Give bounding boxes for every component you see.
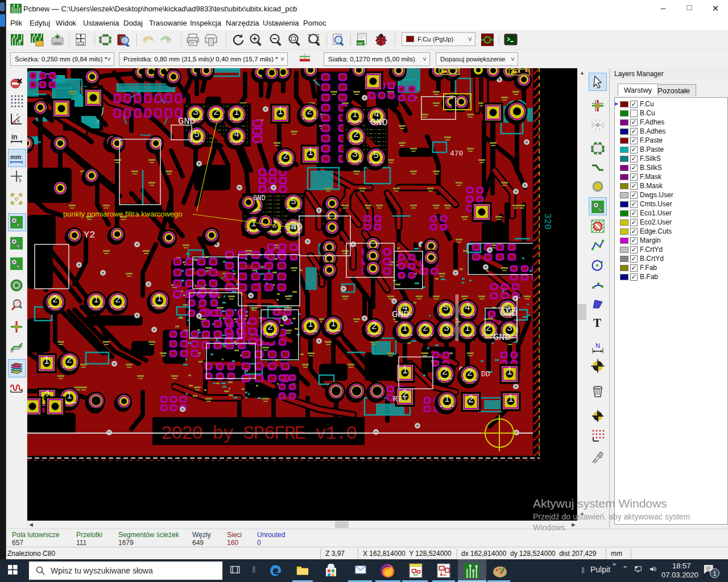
svg-text:1: 1	[44, 355, 49, 366]
svg-text:N: N	[595, 342, 600, 349]
svg-text:in: in	[11, 133, 18, 141]
svg-text:2: 2	[267, 321, 272, 332]
svg-text:1: 1	[402, 322, 407, 333]
svg-text:1: 1	[465, 322, 470, 333]
svg-text:1: 1	[352, 109, 357, 119]
svg-text:DD: DD	[481, 370, 490, 379]
svg-text:3: 3	[352, 148, 357, 159]
svg-text:1: 1	[444, 393, 449, 404]
svg-text:2: 2	[213, 106, 218, 117]
svg-text:2: 2	[423, 322, 428, 333]
svg-text:GND: GND	[178, 116, 196, 127]
svg-text:1: 1	[308, 146, 313, 157]
svg-text:1: 1	[251, 218, 256, 228]
svg-text:r: r	[16, 112, 18, 117]
svg-text:5: 5	[194, 128, 199, 139]
svg-text:mm: mm	[10, 153, 22, 160]
svg-text:2: 2	[486, 322, 491, 333]
svg-text:5: 5	[373, 149, 378, 160]
svg-text:320: 320	[542, 213, 552, 230]
svg-text:2: 2	[307, 106, 312, 117]
svg-text:2: 2	[52, 294, 57, 305]
svg-text:5: 5	[443, 302, 448, 313]
svg-text:1: 1	[93, 294, 98, 305]
svg-text:1: 1	[156, 293, 162, 304]
svg-text:punkty pomiarowe filtra kwarco: punkty pomiarowe filtra kwarcowego	[63, 210, 183, 218]
svg-text:1: 1	[234, 106, 239, 117]
svg-text:2: 2	[371, 321, 377, 331]
svg-text:1: 1	[508, 393, 514, 404]
svg-text:T: T	[593, 316, 601, 330]
svg-text:2: 2	[442, 366, 447, 377]
svg-text:1: 1	[67, 390, 72, 401]
svg-text:2: 2	[283, 150, 288, 161]
svg-text:θ: θ	[17, 118, 19, 124]
svg-text:2: 2	[468, 393, 474, 405]
svg-text:2020 by SP6FRE v1.0: 2020 by SP6FRE v1.0	[161, 423, 357, 444]
svg-text:R73: R73	[393, 395, 406, 404]
svg-text:NET: NET	[357, 41, 366, 46]
svg-text:1: 1	[308, 318, 313, 329]
svg-text:GND: GND	[493, 332, 511, 343]
svg-text:2: 2	[353, 128, 358, 139]
svg-text:2: 2	[115, 294, 120, 305]
svg-text:GND: GND	[253, 194, 266, 202]
svg-text:4: 4	[465, 302, 470, 313]
svg-text:1: 1	[507, 365, 512, 377]
svg-text:GND: GND	[500, 308, 518, 319]
svg-text:3: 3	[444, 322, 449, 333]
svg-text:GND: GND	[370, 117, 388, 128]
svg-text:470: 470	[450, 149, 463, 158]
svg-text:1: 1	[330, 318, 336, 329]
svg-text:2: 2	[67, 354, 72, 365]
svg-text:Y2: Y2	[84, 230, 95, 240]
svg-text:5: 5	[291, 196, 296, 206]
svg-text:GND: GND	[392, 309, 410, 320]
svg-text:2: 2	[467, 367, 472, 378]
svg-text:1: 1	[278, 105, 283, 117]
svg-text:4: 4	[234, 128, 239, 139]
svg-text:1: 1	[402, 364, 408, 376]
